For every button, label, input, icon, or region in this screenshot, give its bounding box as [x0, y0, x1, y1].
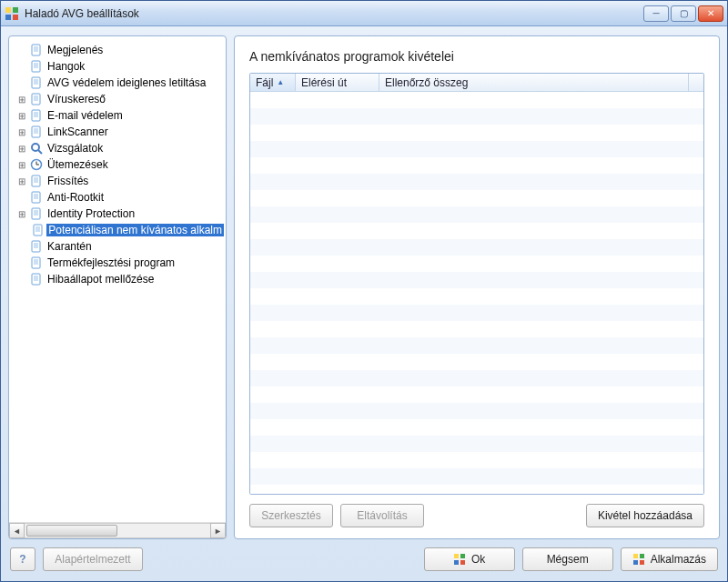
column-path[interactable]: Elérési út — [296, 74, 379, 91]
column-file-label: Fájl — [256, 76, 273, 89]
defaults-button[interactable]: Alapértelmezett — [43, 547, 143, 571]
column-checksum[interactable]: Ellenőrző összeg — [379, 74, 689, 91]
expand-icon[interactable]: ⊞ — [16, 160, 27, 170]
tree-item-label: Potenciálisan nem kívánatos alkalm — [46, 224, 224, 236]
titlebar[interactable]: Haladó AVG beállítások ─ ▢ ✕ — [1, 1, 727, 26]
apply-button[interactable]: Alkalmazás — [621, 547, 718, 571]
tree-item[interactable]: Potenciálisan nem kívánatos alkalm — [13, 222, 224, 238]
doc-icon — [29, 43, 44, 57]
tree-item[interactable]: ⊞Ütemezések — [13, 156, 224, 173]
scroll-right-button[interactable]: ► — [210, 523, 226, 538]
expand-icon[interactable]: ⊞ — [16, 209, 27, 219]
expand-icon[interactable]: ⊞ — [16, 176, 27, 186]
tree-item-label: Megjelenés — [46, 44, 105, 56]
doc-icon — [29, 239, 44, 254]
tree-item[interactable]: ⊞E-mail védelem — [13, 107, 224, 124]
edit-button-label: Szerkesztés — [261, 509, 320, 522]
column-file[interactable]: Fájl ▲ — [250, 74, 296, 91]
remove-button-label: Eltávolítás — [357, 509, 407, 522]
tree-item-label: AVG védelem ideiglenes letiltása — [46, 76, 208, 89]
tree-item[interactable]: Termékfejlesztési program — [13, 255, 224, 271]
svg-rect-12 — [32, 77, 40, 88]
svg-rect-63 — [454, 560, 459, 565]
add-exception-button[interactable]: Kivétel hozzáadása — [586, 504, 704, 527]
svg-rect-37 — [32, 192, 40, 203]
magnifier-icon — [29, 141, 44, 156]
column-path-label: Elérési út — [301, 76, 347, 89]
doc-icon — [29, 174, 44, 188]
scroll-track[interactable] — [25, 523, 210, 538]
tree-item[interactable]: Anti-Rootkit — [13, 189, 224, 206]
pane-title: A nemkívánatos programok kivételei — [249, 49, 704, 64]
minimize-button[interactable]: ─ — [643, 5, 669, 22]
tree-item[interactable]: Megjelenés — [13, 42, 224, 58]
table-body[interactable] — [250, 92, 703, 494]
shield-icon — [632, 553, 645, 566]
svg-rect-65 — [633, 554, 638, 558]
svg-rect-2 — [5, 15, 11, 20]
app-window: Haladó AVG beállítások ─ ▢ ✕ MegjelenésH… — [0, 0, 728, 582]
edit-button[interactable]: Szerkesztés — [249, 504, 333, 527]
tree-item-label: Identity Protection — [46, 207, 136, 220]
tree-item[interactable]: ⊞Identity Protection — [13, 206, 224, 222]
clock-icon — [29, 157, 44, 172]
expand-icon[interactable]: ⊞ — [16, 144, 27, 154]
tree-item[interactable]: ⊞Frissítés — [13, 173, 224, 189]
expand-icon[interactable]: ⊞ — [16, 95, 27, 105]
tree-item-label: Vizsgálatok — [46, 142, 105, 155]
tree-item[interactable]: ⊞Víruskereső — [13, 91, 224, 107]
scroll-left-button[interactable]: ◄ — [9, 523, 25, 538]
svg-rect-45 — [34, 225, 42, 236]
doc-icon — [29, 190, 44, 205]
ok-button[interactable]: Ok — [424, 547, 515, 571]
doc-icon — [29, 75, 44, 90]
svg-rect-49 — [32, 241, 40, 252]
client-area: MegjelenésHangokAVG védelem ideiglenes l… — [1, 26, 727, 581]
sort-asc-icon: ▲ — [277, 78, 284, 86]
tree-item[interactable]: ⊞LinkScanner — [13, 124, 224, 140]
tree-item[interactable]: ⊞Vizsgálatok — [13, 140, 224, 156]
table-actions: Szerkesztés Eltávolítás Kivétel hozzáadá… — [249, 504, 704, 527]
add-exception-label: Kivétel hozzáadása — [598, 509, 693, 522]
content-panel: A nemkívánatos programok kivételei Fájl … — [234, 35, 720, 539]
maximize-button[interactable]: ▢ — [671, 5, 696, 22]
svg-rect-66 — [640, 554, 644, 558]
doc-icon — [29, 125, 44, 139]
svg-rect-20 — [32, 110, 40, 121]
tree-item-label: Anti-Rootkit — [46, 191, 106, 204]
expand-icon[interactable]: ⊞ — [16, 127, 27, 137]
tree-item[interactable]: Hangok — [13, 58, 224, 75]
svg-point-28 — [32, 144, 39, 151]
close-button[interactable]: ✕ — [698, 5, 723, 22]
nav-tree-panel: MegjelenésHangokAVG védelem ideiglenes l… — [8, 35, 227, 539]
remove-button[interactable]: Eltávolítás — [340, 504, 424, 527]
tree-item-label: Víruskereső — [46, 93, 107, 105]
tree-item[interactable]: Hibaállapot mellőzése — [13, 271, 224, 287]
tree-item[interactable]: AVG védelem ideiglenes letiltása — [13, 75, 224, 91]
tree-item-label: Termékfejlesztési program — [46, 256, 177, 269]
svg-rect-4 — [32, 45, 40, 55]
svg-rect-57 — [32, 274, 40, 285]
scroll-thumb[interactable] — [26, 525, 117, 537]
tree-item-label: E-mail védelem — [46, 109, 125, 122]
svg-rect-41 — [32, 208, 40, 219]
tree-item[interactable]: Karantén — [13, 238, 224, 255]
svg-rect-16 — [32, 94, 40, 105]
help-button[interactable]: ? — [10, 547, 35, 571]
svg-rect-8 — [32, 61, 40, 72]
tree-item-label: Frissítés — [46, 175, 90, 187]
table-header: Fájl ▲ Elérési út Ellenőrző összeg — [250, 74, 703, 92]
svg-rect-24 — [32, 126, 40, 137]
window-title: Haladó AVG beállítások — [25, 7, 643, 20]
horizontal-scrollbar[interactable]: ◄ ► — [9, 522, 226, 538]
svg-rect-62 — [460, 554, 465, 558]
app-icon — [5, 6, 19, 21]
nav-tree[interactable]: MegjelenésHangokAVG védelem ideiglenes l… — [9, 36, 226, 522]
expand-icon[interactable]: ⊞ — [16, 111, 27, 121]
column-checksum-label: Ellenőrző összeg — [385, 76, 468, 89]
exceptions-table: Fájl ▲ Elérési út Ellenőrző összeg — [249, 73, 704, 495]
svg-rect-53 — [32, 257, 40, 268]
defaults-label: Alapértelmezett — [55, 553, 130, 566]
cancel-button[interactable]: Mégsem — [522, 547, 613, 571]
svg-rect-64 — [460, 560, 465, 565]
